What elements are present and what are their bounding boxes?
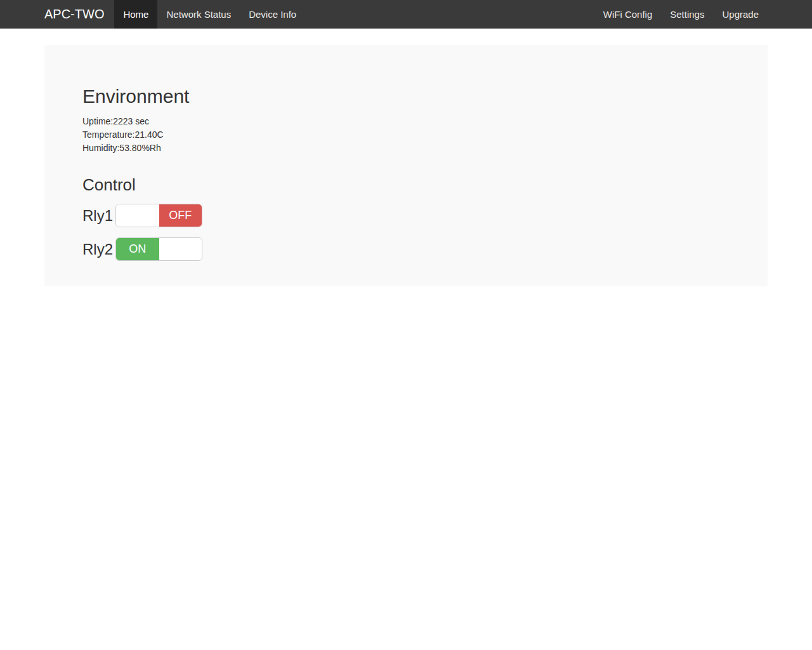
rly2-toggle-on-label: ON: [116, 238, 159, 260]
rly1-toggle-handle: [116, 204, 159, 227]
rly1-label: Rly1: [82, 207, 115, 225]
rly2-label: Rly2: [82, 241, 115, 258]
rly2-toggle-handle: [159, 238, 202, 260]
relay-row-rly2: Rly2 ON: [82, 237, 730, 261]
nav-left-list: Home Network Status Device Info: [114, 0, 305, 29]
humidity-value: Humidity:53.80%Rh: [82, 142, 730, 155]
top-navbar: APC-TWO Home Network Status Device Info …: [0, 0, 812, 29]
main-panel: Environment Uptime:2223 sec Temperature:…: [44, 45, 768, 286]
relay-row-rly1: Rly1 OFF: [82, 204, 730, 227]
nav-item-home[interactable]: Home: [114, 0, 157, 29]
brand-apc-two[interactable]: APC-TWO: [44, 0, 114, 29]
rly1-toggle[interactable]: OFF: [115, 204, 202, 227]
navbar-container: APC-TWO Home Network Status Device Info …: [44, 0, 768, 29]
nav-item-network-status[interactable]: Network Status: [157, 0, 240, 29]
rly1-toggle-off-label: OFF: [159, 204, 202, 227]
nav-item-settings[interactable]: Settings: [661, 0, 713, 29]
temperature-value: Temperature:21.40C: [82, 128, 730, 142]
nav-item-upgrade[interactable]: Upgrade: [713, 0, 768, 29]
nav-item-wifi-config[interactable]: WiFi Config: [594, 0, 662, 29]
environment-title: Environment: [82, 86, 730, 107]
nav-item-device-info[interactable]: Device Info: [240, 0, 305, 29]
control-title: Control: [82, 175, 730, 195]
rly2-toggle[interactable]: ON: [115, 237, 202, 261]
uptime-value: Uptime:2223 sec: [82, 115, 730, 128]
nav-right-list: WiFi Config Settings Upgrade: [594, 0, 768, 29]
